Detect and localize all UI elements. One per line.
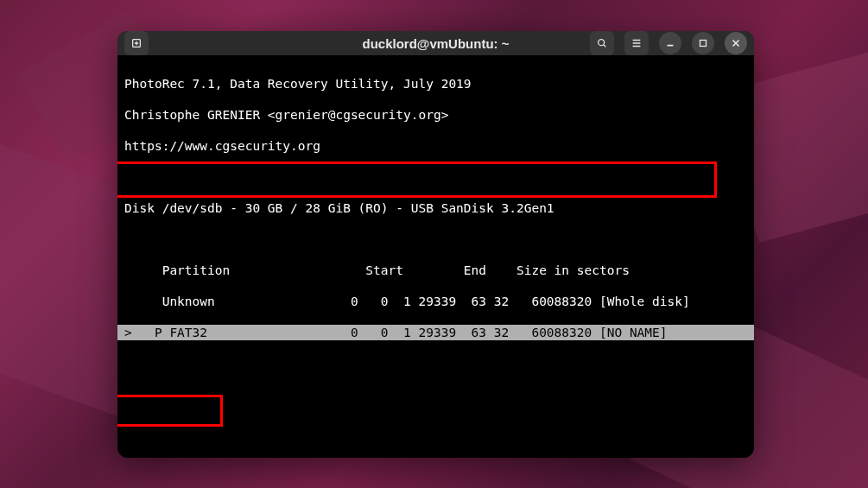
menu-icon <box>630 37 643 49</box>
close-button[interactable] <box>725 32 747 54</box>
blank-line <box>117 231 754 247</box>
app-author-line: Christophe GRENIER <grenier@cgsecurity.o… <box>117 107 754 123</box>
minimize-button[interactable] <box>659 32 681 54</box>
partition-row-fat32-selected[interactable]: > P FAT32 0 0 1 29339 63 32 60088320 [NO… <box>117 325 754 340</box>
svg-point-3 <box>599 40 605 46</box>
new-tab-icon <box>130 37 143 49</box>
app-url-line: https://www.cgsecurity.org <box>117 138 754 154</box>
blank-line <box>117 418 754 434</box>
search-button[interactable] <box>590 31 614 55</box>
hamburger-menu-button[interactable] <box>624 31 649 55</box>
titlebar: ducklord@vmUbuntu: ~ <box>117 31 754 55</box>
maximize-button[interactable] <box>692 32 714 54</box>
svg-line-4 <box>604 45 606 48</box>
search-icon <box>596 37 608 49</box>
blank-line <box>117 169 754 185</box>
minimize-icon <box>664 37 676 49</box>
partition-table-header: Partition Start End Size in sectors <box>117 263 754 278</box>
app-header-line: PhotoRec 7.1, Data Recovery Utility, Jul… <box>117 76 754 92</box>
blank-line <box>117 356 754 371</box>
terminal-window: ducklord@vmUbuntu: ~ <box>117 31 754 458</box>
disk-info-line: Disk /dev/sdb - 30 GB / 28 GiB (RO) - US… <box>117 200 754 216</box>
blank-line <box>117 387 754 402</box>
close-icon <box>730 37 742 49</box>
new-tab-button[interactable] <box>124 31 149 55</box>
partition-row-unknown[interactable]: Unknown 0 0 1 29339 63 32 60088320 [Whol… <box>117 294 754 309</box>
terminal-content[interactable]: PhotoRec 7.1, Data Recovery Utility, Jul… <box>117 55 754 458</box>
maximize-icon <box>697 37 709 49</box>
svg-rect-9 <box>700 41 706 47</box>
blank-line <box>117 449 754 458</box>
